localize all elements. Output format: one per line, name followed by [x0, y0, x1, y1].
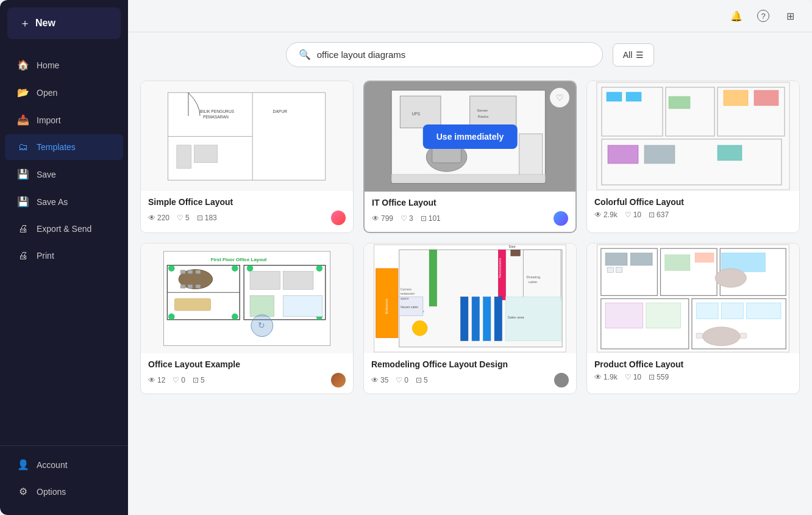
- notification-icon: 🔔: [730, 10, 743, 22]
- stat-likes-colorful: ♡ 10: [625, 211, 641, 219]
- card-avatar-example: [331, 373, 346, 387]
- svg-rect-55: [174, 298, 210, 311]
- svg-text:Corners: Corners: [401, 287, 412, 291]
- svg-point-75: [412, 321, 427, 336]
- sidebar-label-print: Print: [37, 251, 54, 261]
- views-count-example: 12: [157, 376, 165, 384]
- card-image-remodeling: Entrance Harmonization Door Drawin: [364, 243, 576, 353]
- views-count-product: 1.9k: [604, 373, 618, 381]
- sidebar-item-print[interactable]: 🖨 Print: [5, 243, 123, 268]
- svg-rect-48: [180, 284, 185, 288]
- card-image-simple-office: BILIK PENGURUS PEMASARAN DAPUR: [141, 81, 353, 191]
- template-card-remodeling[interactable]: Entrance Harmonization Door Drawin: [363, 243, 577, 394]
- options-icon: ⚙: [17, 486, 29, 497]
- card-stats-remodeling: 👁 35 ♡ 0 ⊡ 5: [371, 373, 569, 387]
- svg-rect-28: [754, 90, 778, 106]
- eye-icon-remodeling: 👁: [371, 376, 379, 384]
- svg-rect-17: [519, 134, 543, 180]
- svg-rect-8: [194, 145, 218, 162]
- svg-rect-70: [461, 297, 468, 340]
- sidebar-item-options[interactable]: ⚙ Options: [5, 478, 123, 505]
- svg-text:↻: ↻: [258, 320, 265, 330]
- account-icon: 👤: [17, 459, 29, 470]
- svg-text:First Floor Office Layout: First Floor Office Layout: [211, 257, 267, 262]
- sidebar-bottom: 👤 Account ⚙ Options: [0, 445, 128, 515]
- copy-icon-product: ⊡: [649, 373, 655, 381]
- svg-rect-24: [607, 92, 622, 101]
- svg-rect-46: [188, 270, 193, 273]
- card-stats-product-office: 👁 1.9k ♡ 10 ⊡ 559: [594, 373, 792, 381]
- template-card-colorful[interactable]: Colorful Office Layout 👁 2.9k ♡ 10 ⊡ 63: [586, 81, 800, 233]
- export-icon: 🖨: [17, 223, 29, 234]
- views-count-remodeling: 35: [380, 376, 388, 384]
- template-card-office-example[interactable]: First Floor Office Layout: [140, 243, 354, 394]
- sidebar-item-save[interactable]: 💾 Save: [5, 161, 123, 187]
- svg-text:Server: Server: [477, 108, 488, 112]
- svg-rect-30: [644, 145, 675, 164]
- svg-point-38: [232, 265, 238, 272]
- sidebar-item-open[interactable]: 📂 Open: [5, 79, 123, 106]
- filter-button[interactable]: All ☰: [613, 43, 655, 67]
- svg-rect-26: [669, 96, 690, 109]
- card-info-it-office: IT Office Layout 👁 799 ♡ 3 ⊡ 101: [365, 192, 575, 232]
- svg-text:PEMASARAN: PEMASARAN: [203, 114, 229, 118]
- sidebar-label-home: Home: [37, 60, 59, 70]
- svg-rect-105: [740, 333, 746, 338]
- views-count: 220: [157, 214, 169, 222]
- svg-text:restaurant: restaurant: [401, 292, 415, 295]
- svg-text:BILIK PENGURUS: BILIK PENGURUS: [201, 109, 235, 113]
- svg-rect-100: [696, 303, 718, 319]
- card-title-it-office: IT Office Layout: [372, 198, 568, 207]
- stat-views-colorful: 👁 2.9k: [594, 211, 618, 219]
- card-info-remodeling: Remodeling Office Layout Design 👁 35 ♡ 0…: [364, 353, 576, 394]
- eye-icon-example: 👁: [148, 376, 155, 384]
- sidebar-item-export[interactable]: 🖨 Export & Send: [5, 216, 123, 242]
- svg-rect-52: [283, 271, 313, 289]
- template-card-it-office[interactable]: UPS Server Racks Use immediately: [363, 81, 577, 233]
- apps-button[interactable]: ⊞: [780, 6, 800, 26]
- sidebar-item-home[interactable]: 🏠 Home: [5, 52, 123, 78]
- help-button[interactable]: ?: [753, 6, 773, 26]
- stat-copies-colorful: ⊡ 637: [649, 211, 669, 219]
- eye-icon: 👁: [148, 214, 155, 222]
- sidebar-item-account[interactable]: 👤 Account: [5, 452, 123, 478]
- svg-rect-99: [646, 303, 681, 328]
- svg-rect-51: [250, 271, 280, 289]
- sidebar-item-templates[interactable]: 🗂 Templates: [5, 134, 123, 160]
- sidebar-item-import[interactable]: 📥 Import: [5, 107, 123, 133]
- sidebar-item-save-as[interactable]: 💾 Save As: [5, 189, 123, 215]
- svg-rect-31: [718, 145, 742, 160]
- card-stats-simple-office: 👁 220 ♡ 5 ⊡ 183: [148, 211, 346, 225]
- stat-copies-it: ⊡ 101: [421, 214, 441, 223]
- card-image-office-example: First Floor Office Layout: [141, 243, 353, 353]
- views-count-colorful: 2.9k: [604, 211, 618, 219]
- svg-rect-94: [665, 255, 690, 271]
- heart-icon-example: ♡: [173, 376, 179, 384]
- stat-likes-remodeling: ♡ 0: [396, 376, 408, 384]
- svg-text:Door: Door: [509, 245, 516, 248]
- card-avatar-remodeling: [554, 373, 569, 387]
- svg-rect-50: [196, 284, 201, 288]
- card-title-office-example: Office Layout Example: [148, 359, 346, 369]
- stat-views-it: 👁 799: [372, 214, 393, 223]
- svg-point-42: [316, 265, 322, 272]
- notification-button[interactable]: 🔔: [727, 6, 746, 26]
- svg-rect-93: [616, 267, 622, 272]
- copy-icon-example: ⊡: [193, 376, 199, 384]
- card-stats-colorful: 👁 2.9k ♡ 10 ⊡ 637: [594, 211, 792, 219]
- stat-views-example: 👁 12: [148, 376, 165, 384]
- sidebar-label-save: Save: [37, 170, 56, 179]
- eye-icon-product: 👁: [594, 373, 602, 381]
- heart-icon-product: ♡: [625, 373, 632, 381]
- search-input[interactable]: [317, 49, 590, 60]
- template-card-product-office[interactable]: Product Office Layout 👁 1.9k ♡ 10 ⊡ 559: [586, 243, 800, 394]
- likes-count-example: 0: [181, 376, 185, 384]
- card-stats-office-example: 👁 12 ♡ 0 ⊡ 5: [148, 373, 346, 387]
- card-title-colorful: Colorful Office Layout: [594, 197, 792, 207]
- new-button[interactable]: ＋ New: [7, 7, 121, 39]
- template-card-simple-office[interactable]: BILIK PENGURUS PEMASARAN DAPUR Simple Of…: [140, 81, 354, 233]
- favorite-button-it-office[interactable]: ♡: [550, 88, 569, 107]
- copy-icon-remodeling: ⊡: [416, 376, 422, 384]
- use-immediately-button[interactable]: Use immediately: [423, 124, 518, 149]
- remodeling-svg: Entrance Harmonization Door Drawin: [364, 243, 576, 353]
